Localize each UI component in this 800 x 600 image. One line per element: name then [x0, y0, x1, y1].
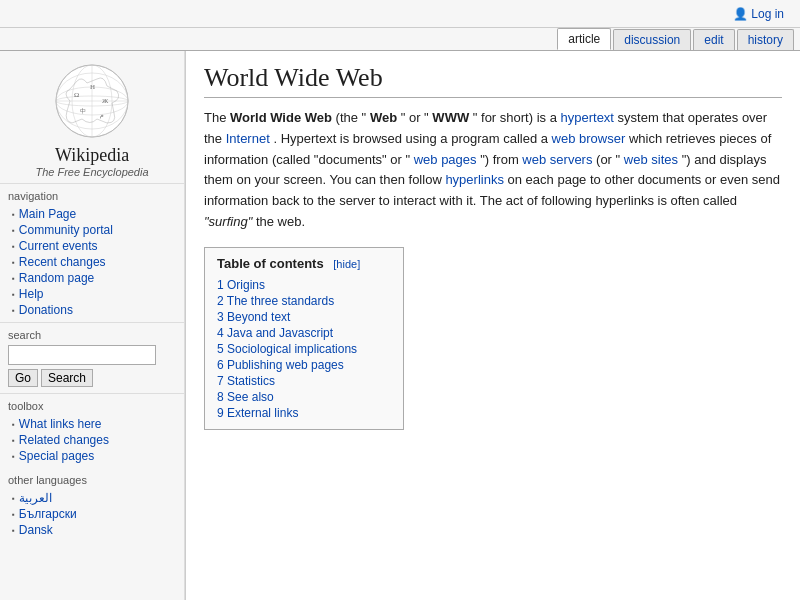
- wikipedia-globe-icon: Ω H Ж 中 م: [52, 61, 132, 141]
- page-title: World Wide Web: [204, 63, 782, 98]
- toc-hide-link[interactable]: [hide]: [333, 258, 360, 270]
- intro-text-2: (the ": [336, 110, 367, 125]
- person-icon: 👤: [733, 7, 748, 21]
- nav-main-page[interactable]: Main Page: [19, 207, 76, 221]
- list-item: Related changes: [12, 432, 176, 448]
- language-list: العربية Български Dansk: [8, 490, 176, 538]
- toc-link-8[interactable]: 8 See also: [217, 390, 274, 404]
- intro-text-1: The: [204, 110, 230, 125]
- sidebar: Ω H Ж 中 م Wikipedia The Free Encyclopedi…: [0, 51, 185, 600]
- toc-item: 5 Sociological implications: [217, 341, 391, 357]
- toc-link-6[interactable]: 6 Publishing web pages: [217, 358, 344, 372]
- toc-item: 8 See also: [217, 389, 391, 405]
- list-item: Community portal: [12, 222, 176, 238]
- toolbox-what-links[interactable]: What links here: [19, 417, 102, 431]
- intro-bold-2: Web: [370, 110, 397, 125]
- list-item: Random page: [12, 270, 176, 286]
- search-title: search: [8, 329, 176, 341]
- intro-text-4: " for short) is a: [473, 110, 561, 125]
- go-button[interactable]: Go: [8, 369, 38, 387]
- other-languages-title: other languages: [8, 474, 176, 486]
- lang-danish[interactable]: Dansk: [19, 523, 53, 537]
- link-web-browser[interactable]: web browser: [552, 131, 626, 146]
- toc-item: 1 Origins: [217, 277, 391, 293]
- intro-italic-1: "surfing": [204, 214, 252, 229]
- nav-random-page[interactable]: Random page: [19, 271, 94, 285]
- intro-text-12: the web.: [256, 214, 305, 229]
- search-box: search Go Search: [0, 322, 184, 394]
- link-hypertext[interactable]: hypertext: [561, 110, 614, 125]
- tab-history[interactable]: history: [737, 29, 794, 50]
- toc-link-2[interactable]: 2 The three standards: [217, 294, 334, 308]
- search-button[interactable]: Search: [41, 369, 93, 387]
- toolbox-section: toolbox What links here Related changes …: [0, 394, 184, 468]
- toc-link-3[interactable]: 3 Beyond text: [217, 310, 290, 324]
- intro-bold-1: World Wide Web: [230, 110, 332, 125]
- list-item: العربية: [12, 490, 176, 506]
- list-item: Current events: [12, 238, 176, 254]
- toc-item: 9 External links: [217, 405, 391, 421]
- intro-paragraph: The World Wide Web (the " Web " or " WWW…: [204, 108, 782, 233]
- nav-donations[interactable]: Donations: [19, 303, 73, 317]
- list-item: Donations: [12, 302, 176, 318]
- nav-current-events[interactable]: Current events: [19, 239, 98, 253]
- intro-text-3: " or ": [401, 110, 429, 125]
- search-input[interactable]: [8, 345, 156, 365]
- list-item: Main Page: [12, 206, 176, 222]
- intro-text-9: (or ": [596, 152, 620, 167]
- wiki-title: Wikipedia: [5, 145, 179, 166]
- intro-text-6: . Hypertext is browsed using a program c…: [273, 131, 551, 146]
- list-item: Recent changes: [12, 254, 176, 270]
- toc-list: 1 Origins 2 The three standards 3 Beyond…: [217, 277, 391, 421]
- link-web-pages[interactable]: web pages: [414, 152, 477, 167]
- tab-article[interactable]: article: [557, 28, 611, 50]
- login-link[interactable]: 👤 Log in: [733, 7, 784, 21]
- toc-item: 4 Java and Javascript: [217, 325, 391, 341]
- list-item: Special pages: [12, 448, 176, 464]
- list-item: Help: [12, 286, 176, 302]
- wiki-subtitle: The Free Encyclopedia: [5, 166, 179, 178]
- toc-link-7[interactable]: 7 Statistics: [217, 374, 275, 388]
- list-item: What links here: [12, 416, 176, 432]
- link-internet[interactable]: Internet: [226, 131, 270, 146]
- nav-community-portal[interactable]: Community portal: [19, 223, 113, 237]
- intro-text-8: ") from: [480, 152, 522, 167]
- intro-bold-3: WWW: [432, 110, 469, 125]
- tab-discussion[interactable]: discussion: [613, 29, 691, 50]
- nav-section-title: navigation: [8, 190, 176, 202]
- other-languages-section: other languages العربية Български Dansk: [0, 468, 184, 542]
- svg-text:Ж: Ж: [102, 97, 109, 105]
- link-web-sites[interactable]: web sites: [624, 152, 678, 167]
- topbar: 👤 Log in: [0, 0, 800, 28]
- toc-item: 3 Beyond text: [217, 309, 391, 325]
- link-web-servers[interactable]: web servers: [522, 152, 592, 167]
- toc-item: 6 Publishing web pages: [217, 357, 391, 373]
- toolbox-related-changes[interactable]: Related changes: [19, 433, 109, 447]
- nav-section: navigation Main Page Community portal Cu…: [0, 184, 184, 322]
- nav-help[interactable]: Help: [19, 287, 44, 301]
- link-hyperlinks[interactable]: hyperlinks: [445, 172, 504, 187]
- list-item: Dansk: [12, 522, 176, 538]
- svg-text:م: م: [100, 112, 104, 119]
- toc-link-9[interactable]: 9 External links: [217, 406, 298, 420]
- toc-link-1[interactable]: 1 Origins: [217, 278, 265, 292]
- content: World Wide Web The World Wide Web (the "…: [185, 51, 800, 600]
- toc-item: 7 Statistics: [217, 373, 391, 389]
- toc-link-5[interactable]: 5 Sociological implications: [217, 342, 357, 356]
- list-item: Български: [12, 506, 176, 522]
- toc-item: 2 The three standards: [217, 293, 391, 309]
- main-layout: Ω H Ж 中 م Wikipedia The Free Encyclopedi…: [0, 51, 800, 600]
- sidebar-logo: Ω H Ж 中 م Wikipedia The Free Encyclopedi…: [0, 51, 184, 184]
- nav-recent-changes[interactable]: Recent changes: [19, 255, 106, 269]
- toolbox-title: toolbox: [8, 400, 176, 412]
- svg-text:H: H: [90, 83, 95, 91]
- toolbox-special-pages[interactable]: Special pages: [19, 449, 94, 463]
- lang-bulgarian[interactable]: Български: [19, 507, 77, 521]
- toc-title: Table of contents [hide]: [217, 256, 391, 271]
- search-buttons: Go Search: [8, 369, 176, 387]
- tab-edit[interactable]: edit: [693, 29, 734, 50]
- toc-link-4[interactable]: 4 Java and Javascript: [217, 326, 333, 340]
- lang-arabic[interactable]: العربية: [19, 491, 52, 505]
- svg-text:中: 中: [80, 108, 86, 114]
- toolbox-list: What links here Related changes Special …: [8, 416, 176, 464]
